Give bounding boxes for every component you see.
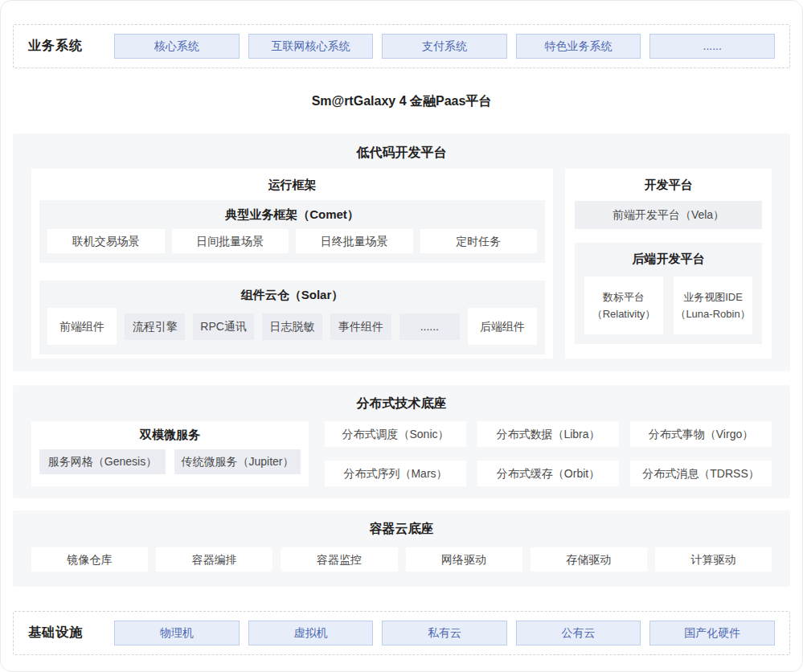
data-platform-relativity-line2: （Relativity） (584, 305, 663, 322)
infra-private-cloud: 私有云 (382, 621, 507, 645)
solar-frontend-components: 前端组件 (47, 308, 117, 345)
solar-chip-rpc: RPC通讯 (193, 313, 253, 340)
comet-framework-title: 典型业务框架（Comet） (47, 205, 537, 224)
distributed-data-libra: 分布式数据（Libra） (477, 421, 619, 447)
image-registry: 镜像仓库 (31, 547, 148, 572)
dev-platform-panel: 开发平台 前端开发平台（Vela） 后端开发平台 数标平台 （Relativit… (565, 169, 772, 359)
business-system-more: ...... (649, 34, 775, 59)
distributed-message-tdrss: 分布式消息（TDRSS） (630, 461, 772, 486)
service-mesh-genesis: 服务网格（Genesis） (39, 449, 166, 474)
distributed-transaction-virgo: 分布式事物（Virgo） (630, 421, 772, 447)
infra-public-cloud: 公有云 (516, 621, 641, 645)
comet-item-intraday-batch: 日间批量场景 (172, 229, 289, 253)
traditional-microservices-jupiter: 传统微服务（Jupiter） (174, 449, 301, 474)
distributed-scheduling-sonic: 分布式调度（Sonic） (325, 421, 466, 447)
solar-chip-process-engine: 流程引擎 (125, 313, 185, 340)
platform-title: Sm@rtGalaxy 4 金融Paas平台 (13, 92, 790, 111)
network-driver: 网络驱动 (406, 547, 522, 572)
business-system-special: 特色业务系统 (516, 34, 641, 59)
business-system-core: 核心系统 (114, 34, 240, 59)
backend-dev-platform-title: 后端开发平台 (584, 249, 752, 268)
dual-mode-microservices-panel: 双模微服务 服务网格（Genesis） 传统微服务（Jupiter） (31, 421, 309, 486)
infrastructure-label: 基础设施 (28, 625, 105, 641)
data-platform-relativity: 数标平台 （Relativity） (584, 277, 663, 334)
architecture-diagram: 业务系统 核心系统 互联网核心系统 支付系统 特色业务系统 ...... Sm@… (0, 0, 803, 672)
backend-dev-items: 数标平台 （Relativity） 业务视图IDE （Luna-Robin） (584, 277, 752, 334)
distributed-body: 双模微服务 服务网格（Genesis） 传统微服务（Jupiter） 分布式调度… (31, 421, 772, 486)
lowcode-platform-title: 低代码开发平台 (31, 143, 772, 162)
comet-items: 联机交易场景 日间批量场景 日终批量场景 定时任务 (47, 229, 537, 253)
container-monitoring: 容器监控 (281, 547, 397, 572)
comet-framework-panel: 典型业务框架（Comet） 联机交易场景 日间批量场景 日终批量场景 定时任务 (39, 200, 545, 263)
business-systems-label: 业务系统 (28, 38, 105, 55)
dual-mode-items: 服务网格（Genesis） 传统微服务（Jupiter） (39, 449, 301, 474)
backend-dev-platform-panel: 后端开发平台 数标平台 （Relativity） 业务视图IDE （Luna-R… (575, 243, 762, 344)
container-cloud-items: 镜像仓库 容器编排 容器监控 网络驱动 存储驱动 计算驱动 (31, 547, 772, 572)
business-view-ide-line1: 业务视图IDE (674, 289, 752, 305)
runtime-framework-panel: 运行框架 典型业务框架（Comet） 联机交易场景 日间批量场景 日终批量场景 … (31, 169, 553, 359)
container-orchestration: 容器编排 (156, 547, 272, 572)
infra-virtual-machine: 虚拟机 (248, 621, 374, 645)
compute-driver: 计算驱动 (655, 547, 772, 572)
infra-physical-machine: 物理机 (114, 621, 240, 645)
container-cloud-title: 容器云底座 (31, 519, 772, 539)
solar-warehouse-panel: 组件云仓（Solar） 前端组件 流程引擎 RPC通讯 日志脱敏 事件组件 ..… (39, 281, 545, 354)
solar-items: 前端组件 流程引擎 RPC通讯 日志脱敏 事件组件 ...... 后端组件 (47, 308, 537, 345)
distributed-base-panel: 分布式技术底座 双模微服务 服务网格（Genesis） 传统微服务（Jupite… (13, 385, 790, 498)
business-systems-strip: 业务系统 核心系统 互联网核心系统 支付系统 特色业务系统 ...... (13, 24, 790, 68)
solar-chip-event: 事件组件 (330, 313, 391, 340)
runtime-framework-title: 运行框架 (39, 175, 545, 195)
data-platform-relativity-line1: 数标平台 (584, 289, 663, 305)
business-view-ide-luna-robin: 业务视图IDE （Luna-Robin） (674, 277, 752, 334)
infrastructure-strip: 基础设施 物理机 虚拟机 私有云 公有云 国产化硬件 (13, 611, 790, 655)
comet-item-online-trade: 联机交易场景 (47, 229, 165, 253)
solar-chip-more: ...... (399, 313, 460, 340)
distributed-base-title: 分布式技术底座 (31, 394, 772, 413)
business-system-internet-core: 互联网核心系统 (248, 34, 374, 59)
container-cloud-panel: 容器云底座 镜像仓库 容器编排 容器监控 网络驱动 存储驱动 计算驱动 (13, 510, 790, 587)
distributed-cache-orbit: 分布式缓存（Orbit） (477, 461, 619, 486)
dev-platform-title: 开发平台 (575, 175, 762, 195)
business-view-ide-line2: （Luna-Robin） (674, 305, 752, 322)
lowcode-platform-panel: 低代码开发平台 运行框架 典型业务框架（Comet） 联机交易场景 日间批量场景… (13, 133, 790, 371)
frontend-dev-platform-vela: 前端开发平台（Vela） (575, 201, 762, 229)
comet-item-scheduled-task: 定时任务 (420, 229, 538, 253)
solar-warehouse-title: 组件云仓（Solar） (47, 285, 537, 305)
solar-backend-components: 后端组件 (468, 308, 537, 345)
storage-driver: 存储驱动 (531, 547, 647, 572)
solar-chip-log-masking: 日志脱敏 (262, 313, 322, 340)
dual-mode-microservices-title: 双模微服务 (39, 425, 301, 445)
lowcode-body: 运行框架 典型业务框架（Comet） 联机交易场景 日间批量场景 日终批量场景 … (31, 169, 772, 359)
business-system-payment: 支付系统 (382, 34, 507, 59)
distributed-items-grid: 分布式调度（Sonic） 分布式数据（Libra） 分布式事物（Virgo） 分… (325, 421, 772, 486)
infra-domestic-hardware: 国产化硬件 (649, 621, 775, 645)
distributed-sequence-mars: 分布式序列（Mars） (325, 461, 466, 486)
comet-item-eod-batch: 日终批量场景 (296, 229, 413, 253)
